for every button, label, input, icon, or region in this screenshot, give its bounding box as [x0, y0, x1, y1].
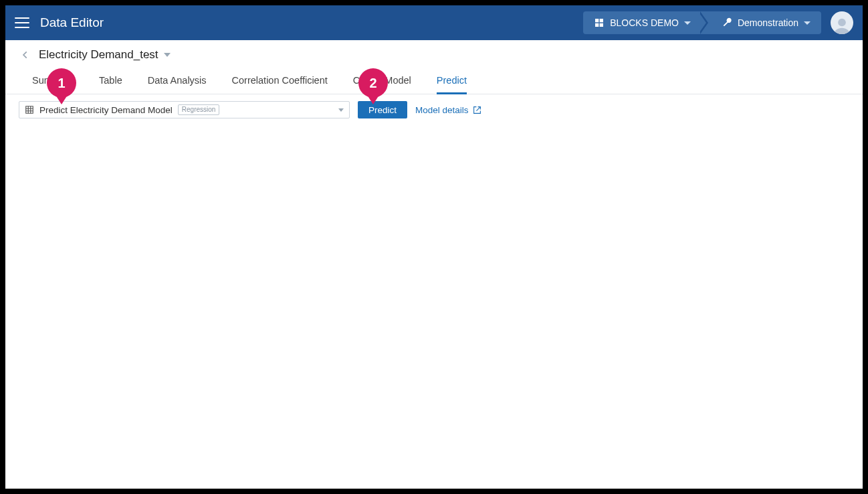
tab-table[interactable]: Table [99, 68, 122, 94]
tab-predict[interactable]: Predict [437, 68, 467, 94]
caret-down-icon [164, 53, 171, 57]
back-button[interactable] [19, 48, 32, 62]
tab-create-model[interactable]: Create Model [353, 68, 411, 94]
hamburger-menu-icon[interactable] [15, 15, 29, 30]
user-icon [833, 15, 851, 34]
external-link-icon [473, 106, 481, 114]
svg-point-0 [838, 19, 846, 27]
tabs: Summary Table Data Analysis Correlation … [5, 68, 863, 94]
breadcrumb-org[interactable]: BLOCKS DEMO [583, 11, 701, 34]
model-details-link[interactable]: Model details [415, 105, 481, 115]
document-title-button[interactable]: Electricity Demand_test [39, 48, 171, 62]
predict-toolbar: Predict Electricity Demand Model Regress… [5, 94, 863, 125]
breadcrumb-org-label: BLOCKS DEMO [610, 17, 679, 28]
content-area: Electricity Demand_test Summary Table Da… [5, 40, 863, 489]
model-type-tag: Regression [178, 104, 220, 115]
chevron-left-icon [21, 50, 30, 60]
wrench-icon [722, 17, 732, 28]
document-header: Electricity Demand_test [5, 40, 863, 64]
tab-summary[interactable]: Summary [32, 68, 74, 94]
caret-down-icon [804, 21, 810, 25]
model-select-value: Predict Electricity Demand Model [39, 105, 173, 115]
organization-icon [594, 17, 605, 28]
breadcrumb-separator [701, 11, 711, 34]
avatar[interactable] [831, 11, 853, 34]
tab-data-analysis[interactable]: Data Analysis [148, 68, 207, 94]
breadcrumb-project[interactable]: Demonstration [711, 11, 821, 34]
predict-button[interactable]: Predict [358, 101, 407, 118]
breadcrumb-project-label: Demonstration [738, 17, 798, 28]
document-title: Electricity Demand_test [39, 48, 158, 62]
model-details-label: Model details [415, 105, 469, 115]
topbar: Data Editor BLOCKS DEMO Demonstration [5, 5, 863, 40]
caret-down-icon [684, 21, 691, 25]
model-select[interactable]: Predict Electricity Demand Model Regress… [19, 101, 350, 118]
tab-correlation-coefficient[interactable]: Correlation Coefficient [232, 68, 328, 94]
grid-icon [25, 105, 34, 114]
top-breadcrumb: BLOCKS DEMO Demonstration [583, 11, 821, 34]
app-title: Data Editor [40, 15, 104, 30]
caret-down-icon [338, 108, 344, 112]
